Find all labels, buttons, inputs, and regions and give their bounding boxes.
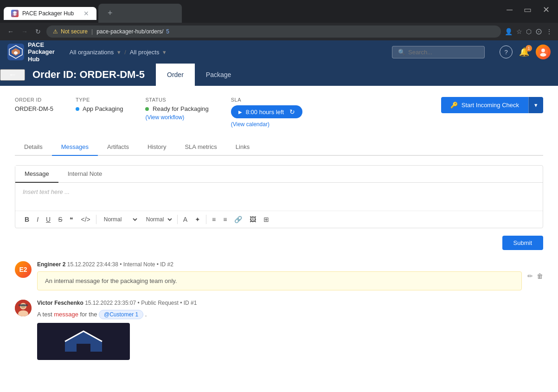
close-button[interactable]: ✕ [540,4,552,16]
search-bar[interactable]: 🔍 [392,46,485,58]
tab-sla-metrics[interactable]: SLA metrics [175,139,226,156]
tab-artifacts[interactable]: Artifacts [98,139,138,156]
nav-slash: / [124,49,126,56]
composer-tab-message[interactable]: Message [15,166,58,183]
highlight-button[interactable]: ✦ [193,215,202,224]
start-check-group: 🔑 Start Incoming Check ▾ [441,97,543,113]
order-metadata: Order ID ORDER-DM-5 Type App Packaging S… [15,97,543,128]
back-button[interactable]: ← [0,69,25,81]
user-avatar[interactable] [536,45,551,59]
search-input[interactable] [408,49,478,56]
account-icon[interactable]: ⊙ [535,26,542,37]
message-author: Victor Feschenko [37,300,83,306]
customer-tag: @Customer 1 [99,310,143,319]
start-check-dropdown-button[interactable]: ▾ [528,97,543,113]
edit-message-button[interactable]: ✏ [527,261,533,290]
minimize-button[interactable]: ─ [504,4,515,16]
back-nav-button[interactable]: ← [6,26,16,37]
code-button[interactable]: </> [79,215,92,224]
text-color-button[interactable]: A [181,215,189,224]
meta-order-id: Order ID ORDER-DM-5 [15,97,53,112]
new-tab-area[interactable]: + [98,4,182,23]
org-nav: All organizations ▾ / All projects ▾ [70,49,167,56]
order-tab-package[interactable]: Package [195,64,242,86]
type-value: App Packaging [76,105,123,112]
message-timestamp: 15.12.2022 23:44:38 • Internal Note • ID… [67,261,173,268]
main-content: Order ID ORDER-DM-5 Type App Packaging S… [0,86,558,392]
type-dot [76,107,79,111]
view-workflow-link[interactable]: (View workflow) [145,114,208,121]
composer-tab-group: Message Internal Note [15,166,543,183]
svg-rect-11 [19,304,28,306]
preview-image [56,328,111,355]
device-icon[interactable]: ⬡ [526,28,532,35]
proj-selector[interactable]: All projects [130,49,160,56]
tab-close-button[interactable]: ✕ [83,10,89,17]
app-logo-text: PACE Packager Hub [28,41,55,63]
view-calendar-link[interactable]: (View calendar) [231,121,302,128]
avatar [15,300,32,316]
address-url-plain: pace-packager-hub/orders/ [96,28,163,35]
message-timestamp: 15.12.2022 23:35:07 • Public Request • I… [85,300,197,306]
avatar: E2 [15,261,32,278]
notification-bell[interactable]: 🔔 1 [519,47,529,57]
format-select-1[interactable]: Normal Heading 1 Heading 2 [100,215,139,224]
search-icon: 🔍 [398,49,405,56]
underline-button[interactable]: U [44,215,52,224]
victor-avatar-img [15,300,32,316]
address-bar-input[interactable]: ⚠ Not secure | pace-packager-hub/orders/… [46,26,501,38]
svg-point-5 [541,49,545,52]
forward-nav-button[interactable]: → [19,26,30,37]
tab-messages[interactable]: Messages [52,139,98,156]
reload-button[interactable]: ↻ [33,26,43,37]
composer-toolbar: B I U S ❝ </> Normal Heading 1 Heading 2… [15,211,543,228]
new-tab-button[interactable]: + [106,6,115,20]
bold-button[interactable]: B [23,215,31,224]
composer-tab-internal[interactable]: Internal Note [58,166,111,183]
svg-rect-14 [77,344,90,352]
menu-icon[interactable]: ⋮ [546,28,552,35]
order-tab-order[interactable]: Order [156,64,195,86]
delete-message-button[interactable]: 🗑 [537,261,543,290]
numbered-list-button[interactable]: ≡ [221,215,229,224]
message-content: Victor Feschenko 15.12.2022 23:35:07 • P… [37,300,543,360]
tab-details[interactable]: Details [15,139,52,156]
blockquote-button[interactable]: ❝ [68,215,75,224]
table-button[interactable]: ⊞ [262,215,271,224]
sla-play-icon: ▶ [238,109,242,115]
tab-links[interactable]: Links [226,139,259,156]
start-incoming-check-button[interactable]: 🔑 Start Incoming Check [441,97,528,113]
notification-count: 1 [526,45,532,51]
toolbar-divider-3 [206,215,206,224]
order-title: Order ID: ORDER-DM-5 [25,69,152,81]
key-icon: 🔑 [450,102,458,109]
message-item: E2 Engineer 2 15.12.2022 23:44:38 • Inte… [15,261,543,290]
strikethrough-button[interactable]: S [56,215,64,224]
star-icon[interactable]: ☆ [516,28,522,35]
message-content: Engineer 2 15.12.2022 23:44:38 • Interna… [37,261,522,290]
bullet-list-button[interactable]: ≡ [210,215,218,224]
browser-profile-icon[interactable]: 👤 [505,28,513,35]
logo-icon [7,44,24,60]
submit-button[interactable]: Submit [502,236,543,250]
org-selector[interactable]: All organizations [70,49,114,56]
italic-button[interactable]: I [35,215,40,224]
sla-timer[interactable]: ▶ 8:00 hours left ↻ [231,105,302,118]
help-icon[interactable]: ? [500,45,513,58]
composer-body[interactable]: Insert text here ... [15,183,543,211]
restore-button[interactable]: ▭ [521,4,534,16]
sla-refresh-icon[interactable]: ↻ [289,108,295,116]
tab-history[interactable]: History [138,139,175,156]
format-select-2[interactable]: Normal Small Large [142,215,173,224]
composer-placeholder: Insert text here ... [23,188,70,195]
security-warning-icon: ⚠ [53,28,58,35]
tab-title: PACE Packager Hub [22,10,74,17]
message-meta: Victor Feschenko 15.12.2022 23:35:07 • P… [37,300,543,306]
link-button[interactable]: 🔗 [232,215,244,224]
image-button[interactable]: 🖼 [248,215,258,224]
active-tab[interactable]: PACE Packager Hub ✕ [4,7,96,20]
public-message-body: A test message for the @Customer 1 . [37,310,543,319]
submit-row: Submit [15,236,543,250]
status-value: Ready for Packaging [145,105,208,112]
message-actions: ✏ 🗑 [527,261,543,290]
